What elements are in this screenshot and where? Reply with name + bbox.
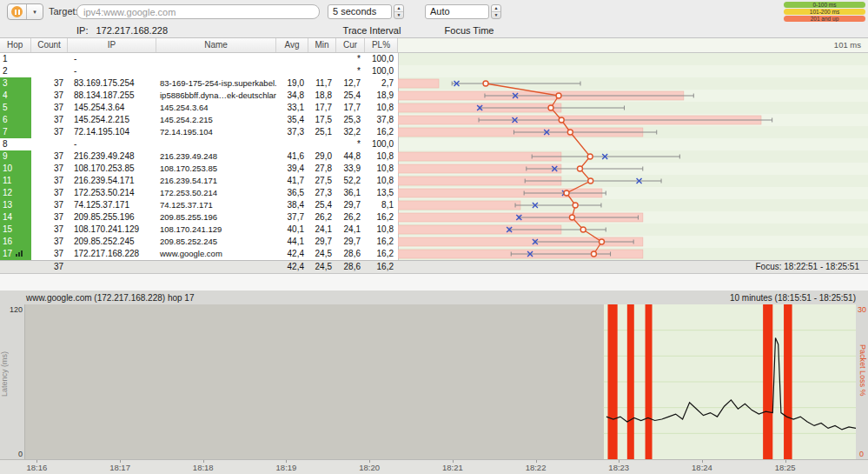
pl-value: 10,8: [365, 163, 398, 175]
pl-value: 18,9: [365, 90, 398, 102]
count-value: 37: [31, 102, 68, 114]
avg-value: 39,4: [276, 163, 308, 175]
pingplotter-window: ▾ Target: 5 seconds ▲ ▼ Auto ▲ ▼ 0-100 m…: [0, 0, 868, 474]
name-value: 72.14.195.104: [156, 126, 276, 138]
summary-min: 24,5: [308, 261, 336, 273]
min-value: 17,5: [308, 114, 336, 126]
name-value: [156, 65, 276, 77]
cur-value: 26,2: [336, 211, 365, 224]
min-value: 11,7: [308, 77, 336, 90]
cur-value: 12,7: [336, 77, 365, 90]
arrow-up-icon[interactable]: ▲: [492, 5, 500, 12]
avg-value: 40,1: [276, 224, 308, 236]
pl-value: 10,8: [365, 224, 398, 236]
toolbar: ▾ Target: 5 seconds ▲ ▼ Auto ▲ ▼ 0-100 m…: [0, 0, 868, 23]
avg-value: 35,4: [276, 114, 308, 126]
cur-value: 24,1: [336, 224, 365, 236]
arrow-down-icon[interactable]: ▼: [492, 12, 500, 18]
info-bar: IP:172.217.168.228 Trace Interval Focus …: [0, 23, 868, 38]
hop-number: 7: [0, 126, 31, 138]
pl-value: 10,8: [365, 150, 398, 163]
column-header-name[interactable]: Name: [156, 38, 276, 52]
pl-value: 100,0: [365, 53, 398, 65]
min-value: 27,8: [308, 163, 336, 175]
ip-value: 172.217.168.228: [68, 248, 156, 260]
pl-value: 100,0: [365, 138, 398, 150]
graph-scale-label: 101 ms: [398, 38, 868, 52]
avg-value: [276, 53, 308, 65]
count-value: 37: [31, 77, 68, 90]
min-value: [308, 138, 336, 150]
min-value: 24,1: [308, 224, 336, 236]
avg-value: 38,4: [276, 199, 308, 211]
min-value: 27,5: [308, 175, 336, 187]
cur-value: 32,2: [336, 126, 365, 138]
ip-value: 209.85.255.196: [68, 211, 156, 224]
legend-warn: 101-200 ms: [784, 9, 865, 15]
hop-number: 4: [0, 90, 31, 102]
name-value: 216.239.49.248: [156, 150, 276, 163]
x-axis-tick-label: 18:23: [606, 463, 632, 472]
chevron-down-icon[interactable]: ▾: [26, 4, 43, 19]
cur-value: 44,8: [336, 150, 365, 163]
hop-number: 3: [0, 77, 31, 90]
trace-interval-control: 5 seconds ▲ ▼: [328, 4, 404, 19]
trace-interval-stepper[interactable]: ▲ ▼: [394, 4, 404, 19]
pl-value: 8,1: [365, 199, 398, 211]
pl-value: 10,8: [365, 102, 398, 114]
ip-value: 108.170.253.85: [68, 163, 156, 175]
timeline-range-label: 10 minutes (18:15:51 - 18:25:51): [730, 293, 856, 303]
timeline-graph[interactable]: [24, 304, 856, 459]
ip-value: -: [68, 65, 156, 77]
pl-value: 2,7: [365, 77, 398, 90]
column-header-min[interactable]: Min: [308, 38, 336, 52]
summary-row[interactable]: 37 42,4 24,5 28,6 16,2 Focus: 18:22:51 -…: [0, 260, 868, 274]
count-value: 37: [31, 236, 68, 248]
target-input[interactable]: [76, 4, 320, 19]
table-header: Hop Count IP Name Avg Min Cur PL% 101 ms: [0, 38, 868, 53]
avg-value: 41,6: [276, 150, 308, 163]
arrow-up-icon[interactable]: ▲: [394, 5, 403, 12]
panel-splitter[interactable]: [0, 274, 868, 290]
latency-axis-label: Latency (ms): [0, 351, 9, 397]
column-header-avg[interactable]: Avg: [276, 38, 308, 52]
x-axis-tick-label: 18:17: [107, 463, 133, 472]
summary-hop: [0, 261, 31, 273]
ip-value: 172.253.50.214: [68, 187, 156, 199]
hop-number: 1: [0, 53, 31, 65]
cur-value: 29,7: [336, 199, 365, 211]
pause-icon: [11, 6, 23, 17]
name-value: 83-169-175-254-isp.superkabel.de: [156, 77, 276, 90]
column-header-cur[interactable]: Cur: [336, 38, 365, 52]
column-header-ip[interactable]: IP: [68, 38, 156, 52]
trace-interval-select[interactable]: 5 seconds: [328, 4, 392, 19]
ip-value: 145.254.3.64: [68, 102, 156, 114]
cur-value: 29,7: [336, 236, 365, 248]
column-header-count[interactable]: Count: [31, 38, 68, 52]
cur-value: 25,3: [336, 114, 365, 126]
name-value: 209.85.255.196: [156, 211, 276, 224]
focus-time-select[interactable]: Auto: [425, 4, 489, 19]
ip-value: 72.14.195.104: [68, 126, 156, 138]
name-value: [156, 138, 276, 150]
focus-time-stepper[interactable]: ▲ ▼: [491, 4, 501, 19]
pause-button[interactable]: ▾: [7, 3, 43, 20]
pl-value: 10,8: [365, 175, 398, 187]
hop-number: 16: [0, 236, 31, 248]
name-value: 145.254.2.215: [156, 114, 276, 126]
pl-value: 13,5: [365, 187, 398, 199]
timeline-title: www.google.com (172.217.168.228) hop 17: [26, 293, 194, 303]
x-axis-tick-label: 18:22: [523, 463, 549, 472]
arrow-down-icon[interactable]: ▼: [394, 12, 403, 18]
hop-trace-graph: [398, 53, 868, 260]
focus-range-label: Focus: 18:22:51 - 18:25:51: [398, 261, 868, 273]
name-value: www.google.com: [156, 248, 276, 260]
column-header-hop[interactable]: Hop: [0, 38, 31, 52]
name-value: ip5886bbff.dyna…ek-deutschland.de: [156, 90, 276, 102]
count-value: 37: [31, 248, 68, 260]
summary-cur: 28,6: [336, 261, 365, 273]
pl-value: 16,2: [365, 126, 398, 138]
name-value: [156, 53, 276, 65]
column-header-pl[interactable]: PL%: [365, 38, 398, 52]
cur-value: 33,9: [336, 163, 365, 175]
